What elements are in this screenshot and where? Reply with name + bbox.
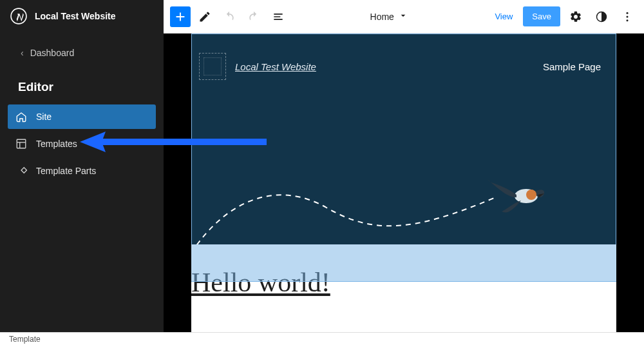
edit-mode-icon[interactable] — [194, 6, 215, 27]
editor-toolbar: Home View Save — [164, 0, 644, 34]
list-view-icon[interactable] — [268, 6, 289, 27]
back-label: Dashboard — [30, 48, 75, 58]
chevron-left-icon: ‹ — [21, 48, 24, 58]
nav-templates[interactable]: Templates — [8, 132, 156, 156]
editor-nav: Site Templates Template Parts — [0, 104, 164, 186]
redo-icon[interactable] — [243, 6, 264, 27]
svg-point-10 — [526, 190, 536, 200]
settings-icon[interactable] — [565, 6, 586, 27]
editor-main: Home View Save — [164, 0, 644, 332]
nav-site[interactable]: Site — [8, 104, 156, 129]
template-icon — [15, 138, 27, 150]
document-selector[interactable]: Home — [370, 10, 408, 23]
svg-point-8 — [626, 19, 628, 21]
doc-label: Home — [370, 12, 394, 22]
section-title: Editor — [0, 64, 164, 104]
sidebar-header: Local Test Website — [0, 0, 164, 35]
hero-site-link[interactable]: Local Test Website — [235, 61, 316, 72]
page-canvas[interactable]: Local Test Website Sample Page — [191, 34, 616, 332]
nav-label: Site — [36, 112, 52, 122]
chevron-down-icon — [398, 10, 408, 23]
hero-block[interactable]: Local Test Website Sample Page — [191, 34, 616, 244]
editor-sidebar: Local Test Website ‹ Dashboard Editor Si… — [0, 0, 164, 332]
parts-icon — [15, 165, 27, 177]
canvas-area: Local Test Website Sample Page — [164, 34, 644, 332]
save-button[interactable]: Save — [523, 6, 560, 26]
svg-rect-1 — [17, 139, 26, 148]
hero-header-row: Local Test Website Sample Page — [199, 53, 601, 80]
site-logo-placeholder[interactable] — [199, 53, 226, 80]
styles-icon[interactable] — [591, 6, 612, 27]
back-to-dashboard[interactable]: ‹ Dashboard — [0, 35, 164, 64]
nav-label: Template Parts — [36, 166, 96, 176]
add-block-button[interactable] — [170, 6, 191, 27]
footer-breadcrumb-bar[interactable]: Template — [0, 332, 644, 345]
nav-template-parts[interactable]: Template Parts — [8, 159, 156, 183]
nav-label: Templates — [36, 139, 77, 149]
bird-illustration — [481, 172, 552, 217]
undo-icon[interactable] — [219, 6, 240, 27]
block-selection-overlay — [191, 244, 616, 282]
wordpress-logo-icon[interactable] — [10, 8, 27, 25]
hero-nav-item[interactable]: Sample Page — [543, 61, 601, 72]
home-icon — [15, 111, 27, 123]
toolbar-right: View Save — [489, 6, 638, 27]
svg-point-6 — [626, 12, 628, 14]
more-options-icon[interactable] — [617, 6, 638, 27]
site-title: Local Test Website — [35, 11, 116, 21]
svg-point-7 — [626, 15, 628, 17]
svg-rect-4 — [21, 168, 26, 173]
breadcrumb-label: Template — [9, 335, 41, 344]
view-link[interactable]: View — [489, 8, 518, 25]
